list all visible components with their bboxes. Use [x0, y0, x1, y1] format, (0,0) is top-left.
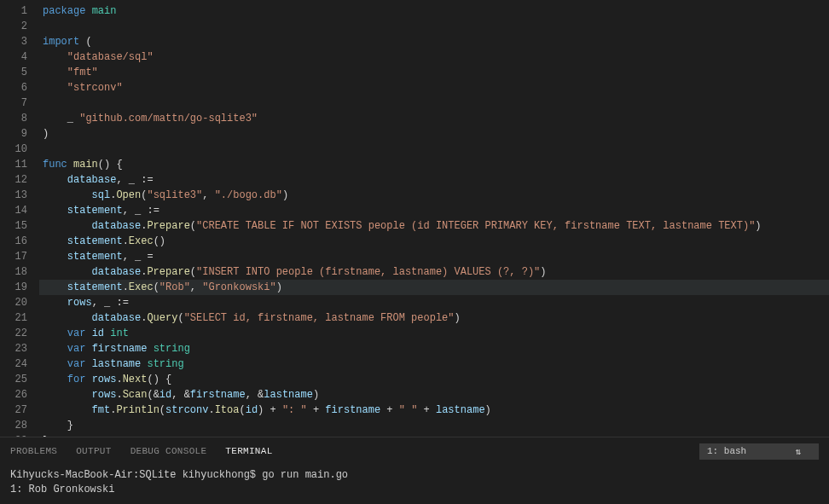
token-kw: package [43, 5, 85, 17]
line-number: 20 [0, 295, 27, 310]
token-kw: for [67, 374, 86, 385]
code-line[interactable]: database.Prepare("CREATE TABLE IF NOT EX… [43, 218, 829, 234]
code-line[interactable]: "fmt" [43, 65, 829, 80]
token-pln: ) [455, 312, 461, 324]
token-pln: ) [540, 266, 546, 278]
token-pln: } [43, 435, 49, 437]
code-line[interactable]: ) [43, 126, 829, 142]
code-line[interactable]: var lastname string [43, 356, 829, 372]
code-line[interactable]: for rows.Next() { [43, 372, 829, 387]
line-number: 24 [0, 356, 27, 372]
editor-area: 1234567891011121314151617181920212223242… [0, 0, 829, 437]
token-id: database [92, 312, 142, 324]
token-str: ": " [282, 404, 307, 416]
code-line[interactable]: func main() { [43, 157, 829, 172]
token-pln: ( [154, 281, 159, 293]
token-str: "database/sql" [67, 51, 154, 63]
token-str: " " [399, 404, 418, 416]
token-kw: var [67, 327, 86, 339]
panel-tabs: PROBLEMS OUTPUT DEBUG CONSOLE TERMINAL 1… [0, 437, 829, 465]
bottom-panel: PROBLEMS OUTPUT DEBUG CONSOLE TERMINAL 1… [0, 437, 829, 504]
token-id: statement [67, 281, 123, 293]
code-line[interactable]: "strconv" [43, 80, 829, 96]
token-pln [43, 358, 67, 370]
token-pln: ) [282, 189, 288, 201]
line-number: 7 [0, 96, 27, 111]
code-line[interactable]: } [43, 433, 829, 437]
token-fn: Exec [129, 235, 154, 247]
token-id: database [67, 174, 117, 186]
token-pln: . [123, 281, 129, 293]
line-number: 18 [0, 264, 27, 280]
line-number: 11 [0, 157, 27, 172]
code-line[interactable]: database.Query("SELECT id, firstname, la… [43, 310, 829, 326]
tab-terminal[interactable]: TERMINAL [225, 446, 272, 456]
code-line[interactable]: var id int [43, 326, 829, 341]
token-id: firstname [92, 343, 148, 355]
code-line[interactable]: sql.Open("sqlite3", "./bogo.db") [43, 188, 829, 203]
code-line[interactable]: _ "github.com/mattn/go-sqlite3" [43, 111, 829, 126]
token-pln: } [43, 420, 73, 432]
code-line[interactable] [43, 142, 829, 157]
code-line[interactable]: } [43, 418, 829, 433]
token-pln: . [116, 389, 122, 401]
code-line[interactable]: statement.Exec("Rob", "Gronkowski") [39, 280, 829, 295]
token-pln [85, 327, 91, 339]
token-id: strconv [165, 404, 208, 416]
code-line[interactable]: import ( [43, 34, 829, 49]
token-typ: string [147, 358, 183, 370]
token-kw: var [67, 343, 86, 355]
token-pln: _ [43, 113, 79, 125]
code-line[interactable]: var firstname string [43, 341, 829, 356]
line-number: 8 [0, 111, 27, 126]
tab-debug-console[interactable]: DEBUG CONSOLE [130, 446, 207, 456]
line-number: 5 [0, 65, 27, 80]
line-number: 3 [0, 34, 27, 49]
code-line[interactable]: "database/sql" [43, 49, 829, 65]
token-pln [43, 174, 67, 186]
line-number: 26 [0, 387, 27, 403]
terminal-command: go run main.go [262, 469, 348, 481]
code-line[interactable]: database.Prepare("INSERT INTO people (fi… [43, 264, 829, 280]
tab-output[interactable]: OUTPUT [76, 446, 111, 456]
token-pln [43, 327, 67, 339]
token-id: database [92, 266, 142, 278]
code-line[interactable] [43, 96, 829, 111]
token-pln [43, 205, 67, 217]
token-pln: , & [246, 389, 264, 401]
code-editor[interactable]: package main import ( "database/sql" "fm… [43, 0, 829, 437]
token-pln: ) [43, 128, 49, 140]
token-str: "sqlite3" [147, 189, 202, 201]
token-pln [85, 358, 91, 370]
code-line[interactable]: database, _ := [43, 172, 829, 188]
line-number: 21 [0, 310, 27, 326]
token-pln: . [116, 374, 122, 385]
code-line[interactable]: statement.Exec() [43, 234, 829, 249]
token-pln: , & [171, 389, 190, 401]
token-fn: Query [147, 312, 177, 324]
terminal-selector[interactable]: 1: bash ⇅ [699, 443, 819, 460]
code-line[interactable]: statement, _ := [43, 203, 829, 218]
token-pln: + [417, 404, 436, 416]
token-pln: , _ := [116, 174, 153, 186]
token-pln: () { [147, 374, 171, 385]
line-number: 10 [0, 142, 27, 157]
token-id: lastname [92, 358, 142, 370]
code-line[interactable]: rows, _ := [43, 295, 829, 310]
code-line[interactable] [43, 19, 829, 34]
code-line[interactable]: fmt.Println(strconv.Itoa(id) + ": " + fi… [43, 403, 829, 418]
tab-problems[interactable]: PROBLEMS [10, 446, 57, 456]
token-pln: , _ := [92, 297, 129, 309]
line-number: 27 [0, 403, 27, 418]
terminal-output[interactable]: Kihyucks-MacBook-Air:SQLite kihyuckhong$… [0, 465, 829, 504]
code-line[interactable]: rows.Scan(&id, &firstname, &lastname) [43, 387, 829, 403]
code-line[interactable]: package main [43, 3, 829, 19]
line-number: 15 [0, 218, 27, 234]
token-typ: string [154, 343, 190, 355]
token-pln [147, 343, 153, 355]
token-pln [43, 266, 92, 278]
line-number-gutter: 1234567891011121314151617181920212223242… [0, 0, 43, 437]
token-fn: Exec [129, 281, 154, 293]
code-line[interactable]: statement, _ = [43, 249, 829, 264]
token-fn: Next [123, 374, 148, 385]
